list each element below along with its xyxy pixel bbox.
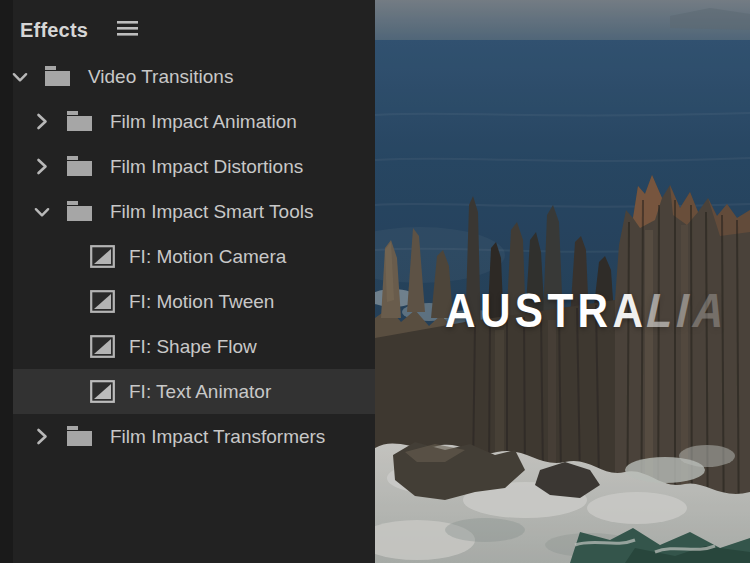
chevron-down-icon[interactable] [12, 69, 28, 85]
folder-icon [66, 201, 94, 222]
tree-item-label: Film Impact Transformers [110, 426, 325, 448]
tree-item-label: Film Impact Animation [110, 111, 297, 133]
hamburger-icon [116, 20, 140, 40]
transition-icon [90, 335, 115, 358]
tree-item-label: Film Impact Smart Tools [110, 201, 313, 223]
title-letter: A [689, 287, 730, 335]
transition-icon [90, 380, 115, 403]
tree-item-fi-text-animator[interactable]: FI: Text Animator [0, 369, 375, 414]
tree-item-film-impact-distortions[interactable]: Film Impact Distortions [0, 144, 375, 189]
tree-item-fi-motion-tween[interactable]: FI: Motion Tween [0, 279, 375, 324]
transition-icon [90, 290, 115, 313]
folder-icon [66, 111, 94, 132]
panel-menu-button[interactable] [116, 20, 140, 40]
transition-icon [90, 245, 115, 268]
panel-header: Effects [0, 0, 375, 54]
effects-tree: Video Transitions Film Impact Animation [0, 54, 375, 459]
tree-item-label: FI: Shape Flow [129, 336, 257, 358]
tree-item-label: FI: Motion Tween [129, 291, 274, 313]
tree-item-film-impact-smart-tools[interactable]: Film Impact Smart Tools [0, 189, 375, 234]
tree-item-fi-shape-flow[interactable]: FI: Shape Flow [0, 324, 375, 369]
tree-item-video-transitions[interactable]: Video Transitions [0, 54, 375, 99]
chevron-down-icon[interactable] [34, 204, 50, 220]
tree-item-label: Video Transitions [88, 66, 233, 88]
tree-item-film-impact-animation[interactable]: Film Impact Animation [0, 99, 375, 144]
title-letter: U [480, 287, 511, 335]
title-letter: A [613, 287, 644, 335]
program-monitor: AUSTRALIA [375, 0, 750, 563]
overlay-title: AUSTRALIA [445, 287, 729, 335]
folder-icon [44, 66, 72, 87]
title-letter: A [445, 287, 476, 335]
tree-item-label: FI: Motion Camera [129, 246, 286, 268]
tree-item-label: FI: Text Animator [129, 381, 271, 403]
tree-item-film-impact-transformers[interactable]: Film Impact Transformers [0, 414, 375, 459]
tree-item-fi-motion-camera[interactable]: FI: Motion Camera [0, 234, 375, 279]
title-letter: S [515, 287, 543, 335]
chevron-right-icon[interactable] [34, 158, 50, 175]
video-frame-coastal-cliffs [375, 0, 750, 563]
chevron-right-icon[interactable] [34, 428, 50, 445]
chevron-right-icon[interactable] [34, 113, 50, 130]
folder-icon [66, 426, 94, 447]
title-letter: T [547, 287, 573, 335]
title-letter: R [578, 287, 609, 335]
effects-panel: Effects Video Transition [0, 0, 375, 563]
tree-item-label: Film Impact Distortions [110, 156, 303, 178]
panel-title: Effects [20, 19, 88, 42]
folder-icon [66, 156, 94, 177]
